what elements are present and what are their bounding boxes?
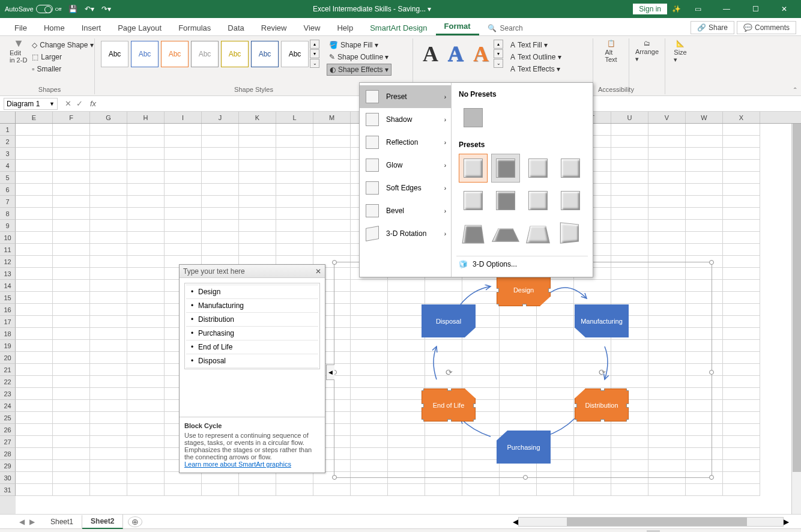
row-header[interactable]: 26 bbox=[0, 424, 16, 436]
tab-file[interactable]: File bbox=[6, 20, 35, 35]
row-header[interactable]: 18 bbox=[0, 328, 16, 340]
node-design[interactable]: Design bbox=[497, 273, 551, 306]
shape-style-4[interactable]: Abc bbox=[191, 41, 219, 67]
shape-style-5[interactable]: Abc bbox=[221, 41, 249, 67]
save-icon[interactable]: 💾 bbox=[68, 5, 77, 13]
change-shape-button[interactable]: ◇Change Shape ▾ bbox=[29, 40, 95, 50]
search-box[interactable]: 🔍 Search bbox=[479, 21, 531, 35]
column-header[interactable]: L bbox=[276, 112, 313, 123]
coming-soon-icon[interactable]: ✨ bbox=[672, 5, 681, 13]
effect-reflection[interactable]: Reflection› bbox=[360, 131, 451, 154]
alt-text-button[interactable]: 📋Alt Text bbox=[598, 40, 624, 63]
node-distribution[interactable]: Distribution bbox=[575, 388, 629, 422]
collapse-ribbon-icon[interactable]: ⌃ bbox=[793, 86, 797, 93]
row-header[interactable]: 8 bbox=[0, 208, 16, 220]
wordart-scroll[interactable]: ▴▾⌄ bbox=[494, 40, 503, 68]
tab-home[interactable]: Home bbox=[35, 20, 73, 35]
smaller-button[interactable]: ▫Smaller bbox=[29, 64, 95, 74]
confirm-icon[interactable]: ✓ bbox=[76, 99, 83, 108]
column-header[interactable]: I bbox=[165, 112, 202, 123]
row-header[interactable]: 28 bbox=[0, 448, 16, 460]
preset-7[interactable] bbox=[524, 186, 552, 215]
row-header[interactable]: 1 bbox=[0, 124, 16, 136]
preset-3[interactable] bbox=[524, 154, 552, 183]
text-pane-list[interactable]: Design Manufacturing Distribution Purcha… bbox=[184, 283, 320, 369]
column-header[interactable]: G bbox=[90, 112, 127, 123]
styles-scroll[interactable]: ▴▾⌄ bbox=[310, 40, 319, 68]
tab-formulas[interactable]: Formulas bbox=[170, 20, 219, 35]
preset-8[interactable] bbox=[556, 186, 585, 215]
list-item[interactable]: Design bbox=[186, 285, 318, 299]
column-header[interactable]: X bbox=[723, 112, 760, 123]
list-item[interactable]: Disposal bbox=[186, 354, 318, 368]
tab-review[interactable]: Review bbox=[253, 20, 295, 35]
horizontal-scrollbar[interactable]: ◀▶ bbox=[513, 517, 789, 527]
smartart-diagram[interactable]: ◀ Design Manufacturing Distribution bbox=[334, 262, 712, 478]
column-header[interactable]: F bbox=[53, 112, 90, 123]
rotate-handle[interactable]: ⟳ bbox=[446, 367, 453, 377]
preset-5[interactable] bbox=[459, 186, 488, 215]
sheet-tab[interactable]: Sheet1 bbox=[42, 515, 82, 528]
text-outline-button[interactable]: AText Outline ▾ bbox=[508, 52, 564, 62]
preset-2[interactable] bbox=[491, 154, 520, 183]
row-header[interactable]: 6 bbox=[0, 184, 16, 196]
row-header[interactable]: 15 bbox=[0, 292, 16, 304]
preset-4[interactable] bbox=[556, 154, 585, 183]
effect-bevel[interactable]: Bevel› bbox=[360, 199, 451, 222]
preset-none[interactable] bbox=[459, 103, 488, 132]
tab-format[interactable]: Format bbox=[436, 19, 479, 35]
text-pane-close-icon[interactable]: ✕ bbox=[315, 267, 321, 276]
autosave-toggle[interactable]: AutoSave Off bbox=[5, 5, 61, 13]
preset-6[interactable] bbox=[491, 186, 520, 215]
row-header[interactable]: 22 bbox=[0, 376, 16, 388]
maximize-button[interactable]: ☐ bbox=[743, 1, 767, 17]
row-header[interactable]: 7 bbox=[0, 196, 16, 208]
column-header[interactable]: U bbox=[611, 112, 648, 123]
column-header[interactable]: W bbox=[686, 112, 723, 123]
wordart-style-2[interactable]: A bbox=[443, 41, 468, 67]
row-header[interactable]: 11 bbox=[0, 244, 16, 256]
minimize-button[interactable]: — bbox=[715, 1, 739, 17]
preset-11[interactable] bbox=[524, 219, 552, 247]
row-header[interactable]: 30 bbox=[0, 472, 16, 484]
cancel-icon[interactable]: ✕ bbox=[65, 99, 71, 108]
text-pane-toggle[interactable]: ◀ bbox=[326, 364, 334, 380]
column-header[interactable]: K bbox=[239, 112, 276, 123]
shape-style-2[interactable]: Abc bbox=[131, 41, 159, 67]
effect-glow[interactable]: Glow› bbox=[360, 154, 451, 177]
column-header[interactable]: J bbox=[202, 112, 239, 123]
tab-help[interactable]: Help bbox=[328, 20, 361, 35]
name-box[interactable]: Diagram 1▼ bbox=[4, 98, 58, 110]
effect-softedges[interactable]: Soft Edges› bbox=[360, 177, 451, 199]
shape-fill-button[interactable]: 🪣Shape Fill ▾ bbox=[327, 40, 391, 50]
row-header[interactable]: 27 bbox=[0, 436, 16, 448]
row-header[interactable]: 21 bbox=[0, 364, 16, 376]
edit-2d-button[interactable]: Edit in 2-D bbox=[10, 40, 27, 64]
preset-9[interactable] bbox=[459, 219, 488, 247]
row-header[interactable]: 13 bbox=[0, 268, 16, 280]
add-sheet-button[interactable]: ⊕ bbox=[128, 516, 142, 527]
row-header[interactable]: 25 bbox=[0, 412, 16, 424]
shape-style-7[interactable]: Abc bbox=[281, 41, 309, 67]
row-header[interactable]: 17 bbox=[0, 316, 16, 328]
comments-button[interactable]: 💬Comments bbox=[737, 21, 796, 34]
row-header[interactable]: 23 bbox=[0, 388, 16, 400]
node-manufacturing[interactable]: Manufacturing bbox=[575, 304, 629, 337]
select-all-corner[interactable] bbox=[0, 112, 16, 124]
row-header[interactable]: 12 bbox=[0, 256, 16, 268]
row-header[interactable]: 31 bbox=[0, 484, 16, 496]
text-fill-button[interactable]: AText Fill ▾ bbox=[508, 40, 564, 50]
effect-shadow[interactable]: Shadow› bbox=[360, 108, 451, 131]
view-pagelayout-icon[interactable]: ▤ bbox=[662, 530, 676, 533]
text-effects-button[interactable]: AText Effects ▾ bbox=[508, 64, 564, 74]
column-header[interactable]: M bbox=[313, 112, 351, 123]
learn-more-link[interactable]: Learn more about SmartArt graphics bbox=[184, 461, 291, 468]
row-header[interactable]: 29 bbox=[0, 460, 16, 472]
row-header[interactable]: 4 bbox=[0, 160, 16, 172]
sheet-nav-prev[interactable]: ◀ bbox=[19, 518, 25, 526]
share-button[interactable]: 🔗Share bbox=[691, 21, 734, 34]
row-header[interactable]: 16 bbox=[0, 304, 16, 316]
signin-button[interactable]: Sign in bbox=[633, 4, 667, 14]
list-item[interactable]: Manufacturing bbox=[186, 298, 318, 313]
column-header[interactable]: E bbox=[16, 112, 53, 123]
